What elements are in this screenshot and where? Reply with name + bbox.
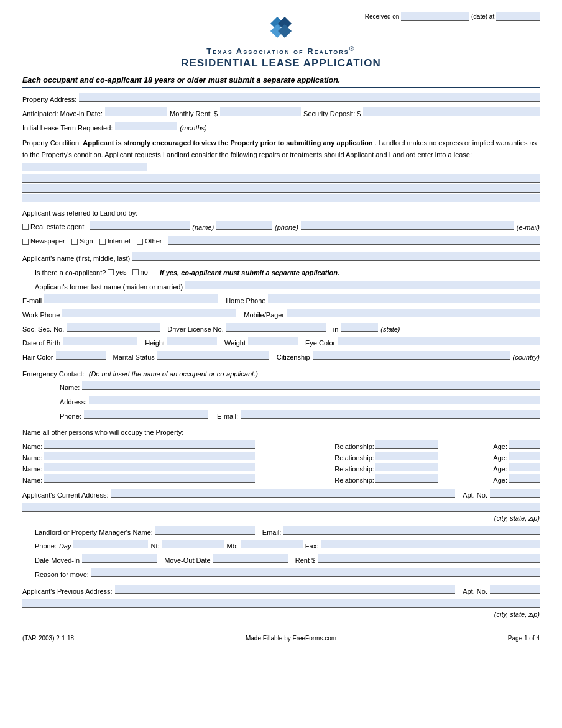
reason-label: Reason for move: [35,569,89,581]
occ1-name-input[interactable] [44,440,255,449]
mobile-input[interactable] [287,309,540,317]
occ1-rel-input[interactable] [375,440,438,449]
marital-status-input[interactable] [157,351,269,360]
emergency-address-row: Address: [60,396,540,408]
logo-icon [265,11,297,43]
occ4-rel-label: Relationship: [334,476,374,484]
state-input[interactable] [341,323,378,332]
occ2-name-input[interactable] [44,452,255,460]
email-input[interactable] [44,294,218,303]
emergency-phone-label: Phone: [60,411,81,422]
internet-checkbox[interactable] [99,239,106,245]
landlord-name-input[interactable] [155,526,255,535]
former-name-label: Applicant's former last name (maiden or … [35,281,183,293]
city-state-zip-input[interactable] [22,503,540,512]
condition-input-2[interactable] [22,184,540,193]
occ3-name-input[interactable] [44,463,255,471]
emergency-name-input[interactable] [82,381,540,390]
property-address-input[interactable] [79,93,540,102]
prev-address-row: Applicant's Previous Address: Apt. No. [22,585,540,598]
phone-label: Phone: [35,540,57,552]
monthly-rent-label: Monthly Rent: $ [170,108,218,120]
citizenship-input[interactable] [313,351,510,360]
phone-mb-input[interactable] [241,540,303,548]
occ1-age-input[interactable] [509,440,540,449]
phone-day-input[interactable] [73,540,148,548]
former-name-input[interactable] [185,281,540,289]
no-checkbox[interactable] [132,269,139,275]
condition-bold: Applicant is strongly encouraged to view… [83,139,372,147]
referral-other-row: Newspaper Sign Internet Other [22,235,540,247]
moved-in-input[interactable] [82,554,157,563]
weight-input[interactable] [248,337,298,345]
driver-license-label: Driver License No. [167,324,223,335]
rent-input[interactable] [318,554,540,563]
driver-license-input[interactable] [226,323,326,332]
prev-city-state-zip-input[interactable] [22,599,540,608]
home-phone-label: Home Phone [226,295,265,307]
reason-input[interactable] [91,568,540,577]
occ4-rel-input[interactable] [375,474,438,483]
agent-email-input[interactable] [301,221,514,230]
applicant-section: Applicant's name (first, middle, last) I… [22,252,540,363]
emergency-address-input[interactable] [89,396,540,404]
occ3-age-input[interactable] [509,463,540,471]
referral-agent-row: Real estate agent (name) (phone) (e-mail… [22,221,540,234]
occupants-label: Name all other persons who will occupy t… [22,429,183,436]
agent-name-input[interactable] [90,221,190,230]
applicant-name-input[interactable] [132,252,540,261]
landlord-email-input[interactable] [283,526,540,535]
emergency-email-input[interactable] [241,410,540,419]
phone-nt-input[interactable] [162,540,224,548]
eye-color-label: Eye Color [305,337,335,349]
moved-in-label: Date Moved-In [35,555,80,566]
monthly-rent-input[interactable] [220,107,301,116]
other-input[interactable] [168,236,540,245]
move-out-input[interactable] [213,554,288,563]
lease-term-input[interactable] [115,122,177,130]
yes-checkbox[interactable] [108,269,114,275]
occ3-rel-input[interactable] [375,463,438,471]
eye-color-input[interactable] [338,337,540,345]
condition-input-inline[interactable] [22,163,147,171]
newspaper-checkbox[interactable] [22,239,29,245]
occ2-age-input[interactable] [509,452,540,460]
nt-label: Nt: [150,540,159,552]
occupant-row-1: Name: Relationship: Age: [22,440,540,450]
phone-fax-input[interactable] [321,540,540,548]
current-address-input[interactable] [111,489,455,498]
condition-input-1[interactable] [22,174,540,183]
hair-color-input[interactable] [56,351,106,360]
emergency-section: Emergency Contact: (Do not insert the na… [22,368,540,422]
received-date-input[interactable] [401,12,469,21]
work-phone-input[interactable] [62,309,236,317]
agent-phone-input[interactable] [216,221,272,230]
received-time-input[interactable] [496,12,540,21]
newspaper-checkbox-item: Newspaper [22,235,65,247]
sign-checkbox[interactable] [71,239,78,245]
height-input[interactable] [167,337,217,345]
prev-apt-input[interactable] [490,585,540,594]
prev-address-input[interactable] [115,585,456,594]
page-number: Page 1 of 4 [508,635,540,642]
home-phone-input[interactable] [268,294,540,303]
anticipated-label: Anticipated: Move-in Date: [22,108,103,120]
dob-input[interactable] [63,337,137,345]
other-checkbox[interactable] [137,239,143,245]
weight-label: Weight [224,337,246,349]
occ2-rel-input[interactable] [375,452,438,460]
occ4-age-input[interactable] [509,474,540,483]
real-estate-agent-checkbox[interactable] [22,224,29,230]
applicant-name-row: Applicant's name (first, middle, last) [22,252,540,265]
apt-input[interactable] [490,489,540,498]
security-deposit-input[interactable] [363,107,540,116]
move-in-date-input[interactable] [105,107,167,116]
condition-input-3[interactable] [22,194,540,202]
subtitle: Each occupant and co-applicant 18 years … [22,76,540,84]
occupant-row-4: Name: Relationship: Age: [22,474,540,484]
occ4-name-input[interactable] [44,474,255,483]
occ1-name-label: Name: [22,443,42,450]
emergency-phone-input[interactable] [84,410,208,419]
soc-sec-input[interactable] [67,323,160,332]
emergency-address-label: Address: [60,396,86,408]
